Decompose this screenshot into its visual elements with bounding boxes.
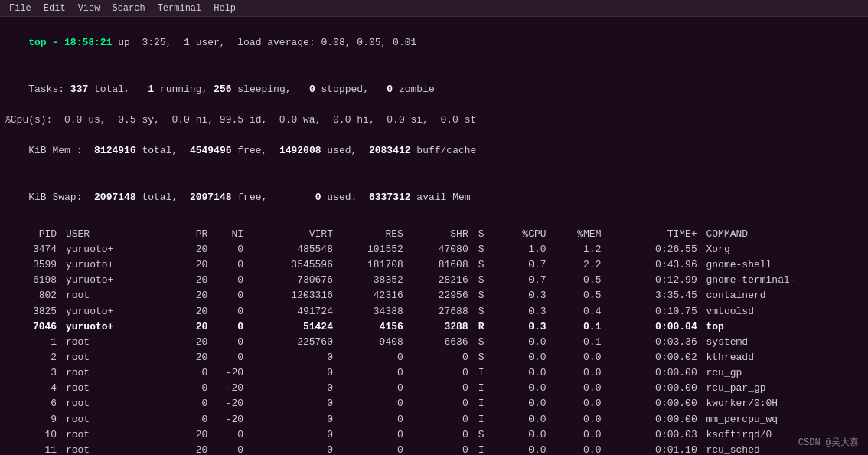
tasks-line: Tasks: 337 total, 1 running, 256 sleepin… — [5, 66, 863, 112]
uptime-info: up 3:25, 1 user, load average: 0.08, 0.0… — [112, 37, 416, 48]
terminal-body: top - 18:58:21 up 3:25, 1 user, load ave… — [0, 17, 868, 455]
table-row: 3 root0-20000I0.00.00:00.00 rcu_gp — [5, 365, 863, 381]
watermark: CSDN @吴大喜 — [798, 436, 859, 449]
table-row: 3599 yuruoto+200354559618170881608S0.72.… — [5, 257, 863, 273]
menu-view[interactable]: View — [72, 3, 106, 14]
top-title: top - 18:58:21 — [28, 37, 112, 48]
menu-terminal[interactable]: Terminal — [152, 3, 208, 14]
menu-file[interactable]: File — [3, 3, 38, 14]
process-table: PID USER PR NI VIRT RES SHR S %CPU %MEM … — [5, 227, 863, 455]
table-row: 2 root200000S0.00.00:00.02 kthreadd — [5, 350, 863, 365]
mem-line: KiB Mem : 8124916 total, 4549496 free, 1… — [5, 128, 863, 174]
table-row: 3474 yuruoto+20048554810155247080S1.01.2… — [5, 242, 863, 257]
menubar: File Edit View Search Terminal Help — [0, 0, 868, 17]
table-row: 802 root20012033164231622956S0.30.53:35.… — [5, 288, 863, 303]
tasks-label: Tasks: — [28, 83, 70, 95]
table-row: 6 root0-20000I0.00.00:00.00 kworker/0:0H — [5, 396, 863, 411]
menu-help[interactable]: Help — [207, 3, 242, 14]
table-row: 4 root0-20000I0.00.00:00.00 rcu_par_gp — [5, 381, 863, 396]
menu-search[interactable]: Search — [106, 3, 151, 14]
table-row: 3825 yuruoto+2004917243438827688S0.30.40… — [5, 304, 863, 319]
top-header-line: top - 18:58:21 up 3:25, 1 user, load ave… — [5, 20, 863, 66]
table-row: 7046 yuruoto+2005142441563288R0.30.10:00… — [5, 319, 863, 335]
cpu-line: %Cpu(s): 0.0 us, 0.5 sy, 0.0 ni, 99.5 id… — [5, 113, 863, 128]
process-header-row: PID USER PR NI VIRT RES SHR S %CPU %MEM … — [5, 227, 863, 242]
table-row: 10 root200000S0.00.00:00.03 ksoftirqd/0 — [5, 427, 863, 443]
swap-line: KiB Swap: 2097148 total, 2097148 free, 0… — [5, 174, 863, 220]
table-row: 1 root20022576094086636S0.00.10:03.36 sy… — [5, 335, 863, 350]
table-row: 6198 yuruoto+2007306763835228216S0.70.50… — [5, 273, 863, 288]
table-row: 9 root0-20000I0.00.00:00.00 mm_percpu_wq — [5, 412, 863, 427]
menu-edit[interactable]: Edit — [38, 3, 72, 14]
table-row: 11 root200000I0.00.00:01.10 rcu_sched — [5, 443, 863, 455]
